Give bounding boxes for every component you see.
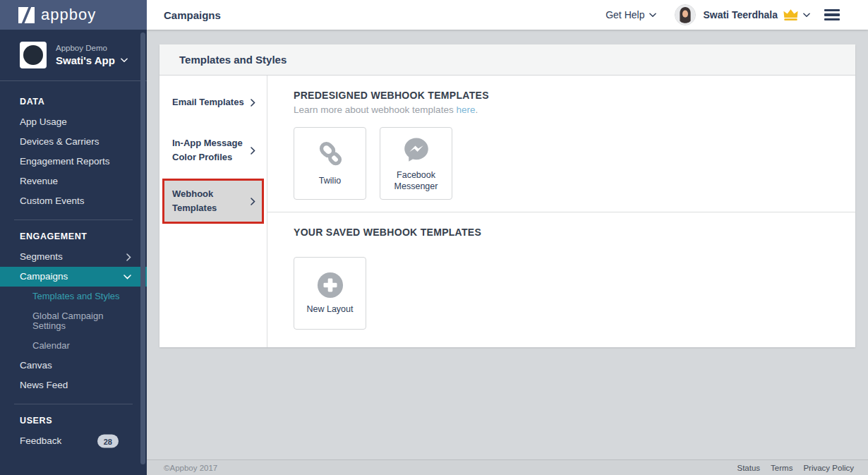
section-header-data: DATA — [0, 85, 147, 112]
brand-header: appboy — [0, 0, 147, 30]
sidebar-nav: DATA App Usage Devices & Carriers Engage… — [0, 81, 147, 451]
saved-section: YOUR SAVED WEBHOOK TEMPLATES New Layout — [267, 212, 855, 344]
get-help-menu[interactable]: Get Help — [605, 9, 656, 20]
sidebar-item-news-feed[interactable]: News Feed — [0, 375, 147, 395]
section-header-engagement: ENGAGEMENT — [0, 220, 147, 247]
hamburger-menu-icon[interactable] — [824, 9, 840, 21]
nav-item-email-templates[interactable]: Email Templates — [159, 85, 267, 119]
template-card-label: Facebook Messenger — [380, 169, 452, 193]
app-logo — [20, 42, 47, 68]
sidebar-item-canvas[interactable]: Canvas — [0, 356, 147, 375]
saved-title: YOUR SAVED WEBHOOK TEMPLATES — [294, 227, 834, 238]
user-name[interactable]: Swati Teerdhala — [703, 9, 778, 20]
panel-header: Templates and Styles — [159, 44, 855, 76]
sidebar-item-global-campaign-settings[interactable]: Global Campaign Settings — [0, 306, 147, 336]
sidebar-item-campaigns[interactable]: Campaigns — [0, 267, 147, 287]
page-body: Templates and Styles Email Templates In-… — [147, 30, 868, 459]
copyright: ©Appboy 2017 — [164, 464, 217, 472]
feedback-count-badge: 28 — [97, 435, 119, 448]
chevron-down-icon — [649, 13, 656, 18]
app-company-label: Appboy Demo — [56, 44, 128, 52]
plus-circle-icon — [317, 272, 344, 299]
nav-item-inapp-color-profiles[interactable]: In-App MessageColor Profiles — [159, 126, 267, 174]
sidebar-item-revenue[interactable]: Revenue — [0, 172, 147, 191]
page-title: Campaigns — [164, 9, 221, 21]
app-selector[interactable]: Appboy Demo Swati's App — [0, 30, 147, 81]
template-card-label: Twilio — [315, 175, 345, 186]
template-card-twilio[interactable]: Twilio — [294, 127, 366, 200]
sidebar-item-templates-and-styles[interactable]: Templates and Styles — [0, 287, 147, 306]
new-layout-label: New Layout — [302, 303, 357, 315]
templates-and-styles-panel: Templates and Styles Email Templates In-… — [159, 44, 855, 347]
here-link[interactable]: here — [456, 104, 475, 115]
template-card-facebook-messenger[interactable]: Facebook Messenger — [380, 127, 452, 200]
messenger-bolt-icon — [402, 135, 431, 164]
chevron-down-icon — [121, 58, 128, 63]
chain-link-icon — [315, 140, 345, 170]
chevron-right-icon — [251, 198, 255, 205]
main-area: Campaigns Get Help Swati Teerdhala — [147, 0, 868, 475]
new-layout-card[interactable]: New Layout — [294, 257, 366, 330]
footer-link-privacy-policy[interactable]: Privacy Policy — [803, 464, 854, 472]
crown-icon — [783, 9, 798, 20]
panel-title: Templates and Styles — [179, 54, 287, 66]
sidebar-scrollbar[interactable] — [140, 32, 145, 464]
avatar[interactable] — [675, 4, 696, 25]
nav-item-webhook-templates[interactable]: WebhookTemplates — [164, 181, 262, 222]
chevron-right-icon — [126, 253, 131, 261]
sidebar-item-devices-carriers[interactable]: Devices & Carriers — [0, 132, 147, 152]
chevron-right-icon — [251, 147, 255, 155]
predesigned-section: PREDESIGNED WEBHOOK TEMPLATES Learn more… — [267, 76, 855, 212]
panel-nav: Email Templates In-App MessageColor Prof… — [159, 76, 267, 347]
app-name-label: Swati's App — [56, 54, 115, 66]
sidebar-item-feedback[interactable]: Feedback 28 — [0, 431, 147, 451]
sidebar-item-calendar[interactable]: Calendar — [0, 336, 147, 356]
sidebar-item-segments[interactable]: Segments — [0, 247, 147, 267]
sidebar-item-custom-events[interactable]: Custom Events — [0, 191, 147, 211]
footer-link-terms[interactable]: Terms — [771, 464, 792, 472]
section-header-users: USERS — [0, 404, 147, 431]
chevron-down-icon — [123, 275, 131, 279]
panel-content: PREDESIGNED WEBHOOK TEMPLATES Learn more… — [267, 76, 855, 347]
sidebar: appboy Appboy Demo Swati's App DATA App … — [0, 0, 147, 475]
footer-link-status[interactable]: Status — [737, 464, 761, 472]
footer: ©Appboy 2017 Status Terms Privacy Policy — [147, 459, 868, 475]
chevron-right-icon — [251, 99, 255, 107]
appboy-logo-icon — [18, 7, 35, 23]
predesigned-title: PREDESIGNED WEBHOOK TEMPLATES — [294, 90, 834, 101]
chevron-down-icon[interactable] — [803, 13, 810, 18]
predesigned-subtitle: Learn more about webhook templates here. — [294, 104, 834, 115]
annotation-highlight-box: WebhookTemplates — [162, 179, 264, 224]
sidebar-item-engagement-reports[interactable]: Engagement Reports — [0, 152, 147, 172]
sidebar-item-app-usage[interactable]: App Usage — [0, 112, 147, 132]
topbar: Campaigns Get Help Swati Teerdhala — [147, 0, 868, 30]
brand-logo-text: appboy — [41, 6, 96, 24]
